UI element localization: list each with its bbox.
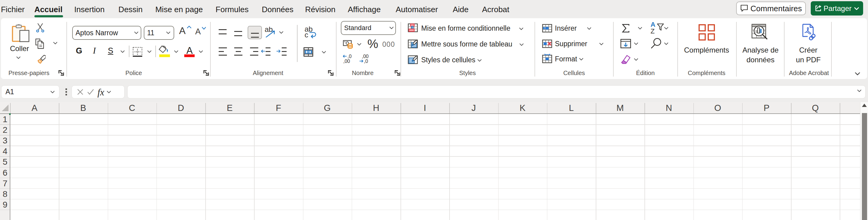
svg-text:,0: ,0 <box>347 54 351 59</box>
svg-text:,0: ,0 <box>364 59 368 64</box>
svg-text:,00: ,00 <box>343 59 350 64</box>
svg-text:,00: ,00 <box>362 54 369 59</box>
